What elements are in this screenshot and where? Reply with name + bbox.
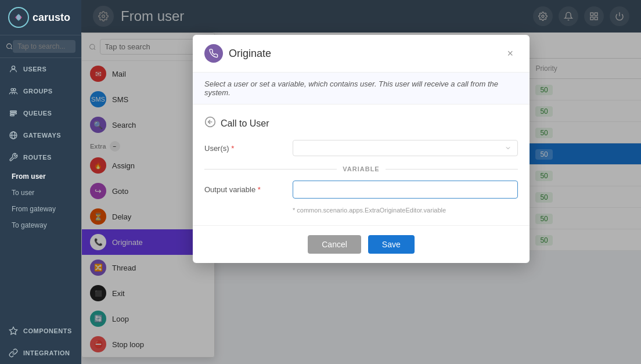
modal-body: Call to User User(s) * VARIABLE bbox=[193, 104, 530, 225]
gateways-icon bbox=[8, 130, 19, 140]
sidebar-sub-from-gateway[interactable]: From gateway bbox=[0, 201, 81, 217]
svg-point-3 bbox=[12, 66, 15, 69]
sidebar-item-components-label: COMPONENTS bbox=[23, 327, 72, 334]
sidebar-item-gateways-label: GATEWAYS bbox=[23, 132, 61, 139]
groups-icon bbox=[8, 86, 19, 96]
users-label: User(s) * bbox=[204, 144, 286, 153]
output-variable-input[interactable] bbox=[293, 181, 518, 199]
modal-title: Originate bbox=[229, 48, 496, 60]
routes-icon bbox=[8, 152, 19, 163]
sidebar-search-input[interactable] bbox=[13, 40, 75, 53]
app-name: carusto bbox=[33, 12, 70, 24]
sidebar-item-components[interactable]: COMPONENTS bbox=[0, 320, 81, 342]
sidebar-item-users-label: USERS bbox=[23, 66, 46, 73]
svg-rect-8 bbox=[10, 115, 15, 116]
sidebar-item-integration[interactable]: INTEGRATION bbox=[0, 342, 81, 364]
originate-modal: Originate × Select a user or set a varia… bbox=[193, 35, 530, 263]
search-icon bbox=[6, 42, 13, 51]
sidebar-search-area[interactable] bbox=[0, 35, 81, 58]
sidebar-item-routes[interactable]: ROUTES bbox=[0, 146, 81, 168]
users-select[interactable] bbox=[293, 140, 518, 156]
modal-overlay: Originate × Select a user or set a varia… bbox=[81, 0, 641, 364]
modal-title-icon bbox=[204, 44, 223, 63]
users-form-row: User(s) * bbox=[204, 140, 518, 156]
sidebar-item-gateways[interactable]: GATEWAYS bbox=[0, 124, 81, 146]
users-icon bbox=[8, 64, 19, 74]
svg-rect-7 bbox=[10, 113, 17, 114]
svg-line-2 bbox=[11, 48, 12, 49]
svg-point-1 bbox=[7, 44, 12, 48]
main-area: From user bbox=[81, 0, 641, 364]
logo-area: carusto bbox=[0, 0, 81, 35]
section-title: Call to User bbox=[221, 118, 269, 129]
sidebar-item-queues[interactable]: QUEUES bbox=[0, 102, 81, 124]
svg-rect-6 bbox=[10, 111, 17, 112]
sidebar-sub-from-user[interactable]: From user bbox=[0, 168, 81, 185]
sidebar-item-groups-label: GROUPS bbox=[23, 88, 53, 95]
modal-header: Originate × bbox=[193, 35, 530, 73]
integration-icon bbox=[8, 348, 19, 358]
modal-info-text: Select a user or set a variable, which c… bbox=[193, 73, 530, 104]
components-icon bbox=[8, 326, 19, 336]
sidebar-sub-to-user[interactable]: To user bbox=[0, 185, 81, 201]
sidebar-item-integration-label: INTEGRATION bbox=[23, 349, 70, 356]
modal-section-header: Call to User bbox=[204, 116, 518, 131]
sidebar-item-groups[interactable]: GROUPS bbox=[0, 80, 81, 102]
variable-divider: VARIABLE bbox=[204, 165, 518, 172]
svg-marker-12 bbox=[9, 327, 17, 334]
svg-point-5 bbox=[13, 88, 16, 91]
sidebar-sub-to-gateway[interactable]: To gateway bbox=[0, 217, 81, 233]
modal-save-button[interactable]: Save bbox=[368, 235, 415, 254]
divider-line-right bbox=[386, 169, 518, 170]
queues-icon bbox=[8, 108, 19, 118]
modal-footer: Cancel Save bbox=[193, 225, 530, 263]
back-button[interactable] bbox=[204, 116, 216, 131]
output-variable-required: * bbox=[258, 185, 261, 194]
select-chevron-icon bbox=[505, 145, 512, 152]
divider-line-left bbox=[204, 169, 337, 170]
sidebar: carusto USERS GROUPS QUEUES GATEWAYS ROU… bbox=[0, 0, 81, 364]
modal-close-button[interactable]: × bbox=[502, 45, 518, 62]
users-required: * bbox=[231, 144, 234, 153]
sidebar-item-routes-label: ROUTES bbox=[23, 154, 52, 161]
logo-icon bbox=[8, 7, 29, 28]
output-variable-label: Output variable * bbox=[204, 185, 286, 194]
sidebar-item-users[interactable]: USERS bbox=[0, 58, 81, 80]
output-variable-form-row: Output variable * bbox=[204, 181, 518, 199]
modal-cancel-button[interactable]: Cancel bbox=[308, 235, 361, 254]
output-variable-hint: * common.scenario.apps.ExtraOriginateEdi… bbox=[293, 207, 518, 214]
sidebar-item-queues-label: QUEUES bbox=[23, 110, 52, 117]
